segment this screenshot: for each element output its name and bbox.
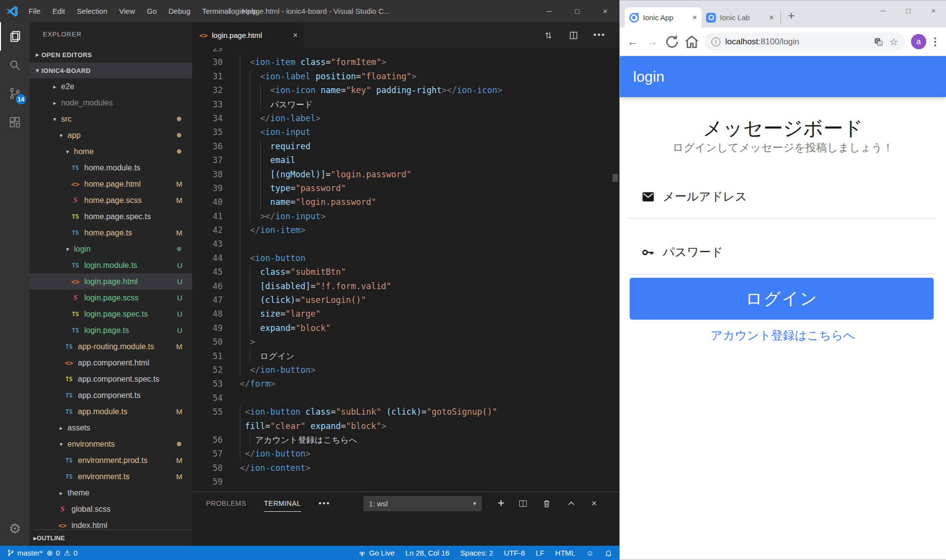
maximize-button[interactable]: □ [896,0,921,20]
more-actions-icon[interactable]: ••• [593,30,606,40]
code-line-32[interactable]: 32 <ion-icon name="key" padding-right></… [192,83,619,97]
notifications-bell-icon[interactable] [605,549,612,557]
tree-item-assets[interactable]: ▸assets [30,420,192,436]
code-line-46[interactable]: 46 [disabled]="!f.form.valid" [192,279,619,293]
code-line-30[interactable]: 30 <ion-item class="formItem"> [192,55,619,69]
menu-debug[interactable]: Debug [163,0,196,22]
code-line-40[interactable]: 40 name="login.password" [192,195,619,209]
menu-file[interactable]: File [23,0,46,22]
maximize-panel-icon[interactable] [567,499,576,508]
tree-item-login.page.scss[interactable]: Slogin.page.scssU [30,290,192,306]
code-line-39[interactable]: 39 type="password" [192,181,619,195]
login-button[interactable]: ログイン [630,278,934,320]
close-button[interactable]: × [921,0,946,20]
open-editors-section[interactable]: ▸ OPEN EDITORS [30,47,192,63]
tree-item-app.component.ts[interactable]: TSapp.component.ts [30,387,192,403]
new-terminal-icon[interactable]: + [498,497,504,510]
minimize-button[interactable]: ─ [535,0,563,22]
git-branch-status[interactable]: master* [7,549,43,557]
code-line-38[interactable]: 38 [(ngModel)]="login.password" [192,167,619,181]
tab-close-icon[interactable]: × [293,31,298,40]
tree-item-home[interactable]: ▾home [30,143,192,160]
code-line-34[interactable]: 34 </ion-label> [192,111,619,125]
tree-item-index.html[interactable]: <>index.html [30,517,192,529]
tab-close-icon[interactable]: × [769,13,774,23]
code-line-58[interactable]: 58</ion-content> [192,461,619,475]
cursor-position[interactable]: Ln 28, Col 16 [405,549,449,557]
code-line-36[interactable]: 36 required [192,139,619,153]
go-live-button[interactable]: Go Live [358,549,395,557]
panel-more-icon[interactable]: ••• [319,498,331,508]
tree-item-app.component.spec.ts[interactable]: TSapp.component.spec.ts [30,371,192,387]
workspace-section[interactable]: ▾ IONIC4-BOARD [30,63,192,78]
code-line-47[interactable]: 47 (click)="userLogin()" [192,293,619,307]
outline-section[interactable]: ▸ OUTLINE [30,529,192,546]
browser-tab-ionic-lab[interactable]: Ionic Lab × [702,7,778,28]
code-line-44[interactable]: 44 <ion-button [192,251,619,265]
tree-item-login.page.html[interactable]: <>login.page.htmlU [30,273,192,290]
forward-icon[interactable]: → [643,33,661,51]
new-tab-button[interactable]: + [788,9,795,23]
tree-item-theme[interactable]: ▸theme [30,485,192,501]
kill-terminal-icon[interactable] [542,499,551,508]
editor-tab-login-page-html[interactable]: <> login.page.html × [192,22,304,48]
tree-item-environments[interactable]: ▾environments [30,436,192,452]
tab-close-icon[interactable]: × [692,13,697,23]
tree-item-login.page.ts[interactable]: TSlogin.page.tsU [30,322,192,338]
reload-icon[interactable] [663,33,681,51]
code-line-37[interactable]: 37 email [192,153,619,167]
tree-item-environment.ts[interactable]: TSenvironment.tsM [30,468,192,485]
tree-item-src[interactable]: ▾src [30,111,192,127]
email-field[interactable]: メールアドレス [642,189,747,204]
code-editor[interactable]: 2930 <ion-item class="formItem">31 <ion-… [192,48,619,492]
code-line-59[interactable]: 59 [192,475,619,489]
language-mode[interactable]: HTML [555,549,575,557]
tree-item-login[interactable]: ▾login [30,241,192,257]
error-count[interactable]: ⊗ 0 [47,549,60,558]
menu-help[interactable]: Help [236,0,263,22]
code-line-55[interactable]: 55 <ion-button class="subLink" (click)="… [192,405,619,419]
sync-changes-icon[interactable] [543,30,554,41]
explorer-icon[interactable] [0,22,30,51]
bookmark-star-icon[interactable]: ☆ [889,36,898,48]
code-line-33[interactable]: 33 パスワード [192,98,619,111]
code-line-29[interactable]: 29 [192,48,619,55]
password-field[interactable]: パスワード [642,244,723,260]
close-button[interactable]: × [591,0,619,22]
extensions-icon[interactable] [0,108,30,136]
code-line-45[interactable]: 45 class="submitBtn" [192,265,619,279]
split-terminal-icon[interactable] [519,500,527,507]
code-line-48[interactable]: 48 size="large" [192,307,619,321]
tree-item-home.page.spec.ts[interactable]: TShome.page.spec.ts [30,208,192,225]
code-line-51[interactable]: 51 ログイン [192,349,619,363]
code-line-50[interactable]: 50 > [192,335,619,349]
menu-go[interactable]: Go [141,0,163,22]
menu-terminal[interactable]: Terminal [196,0,236,22]
encoding[interactable]: UTF-8 [504,549,525,557]
tree-item-app.module.ts[interactable]: TSapp.module.tsM [30,403,192,420]
close-panel-icon[interactable]: × [591,498,597,509]
eol-sequence[interactable]: LF [536,549,544,557]
menu-edit[interactable]: Edit [46,0,71,22]
code-line-53[interactable]: 53</form> [192,377,619,391]
tree-item-login.page.spec.ts[interactable]: TSlogin.page.spec.tsU [30,306,192,322]
url-text[interactable]: localhost:8100/login [725,37,799,47]
back-icon[interactable]: ← [624,33,642,51]
tree-item-home.page.html[interactable]: <>home.page.htmlM [30,176,192,192]
tree-item-app.component.html[interactable]: <>app.component.html [30,355,192,371]
tab-terminal[interactable]: TERMINAL [264,492,301,515]
code-line-49[interactable]: 49 expand="block" [192,321,619,335]
warning-count[interactable]: ⚠ 0 [64,549,78,558]
menu-view[interactable]: View [113,0,141,22]
code-line-54[interactable]: 54 [192,391,619,405]
minimize-button[interactable]: ─ [871,0,896,20]
tree-item-environment.prod.ts[interactable]: TSenvironment.prod.tsM [30,452,192,468]
code-line-57[interactable]: 57 </ion-button> [192,447,619,461]
tree-item-app-routing.module.ts[interactable]: TSapp-routing.module.tsM [30,338,192,355]
scrollbar-thumb[interactable] [612,174,618,182]
settings-gear-icon[interactable]: ⚙ [0,514,30,543]
maximize-button[interactable]: □ [563,0,591,22]
code-line-56[interactable]: 56 アカウント登録はこちらへ [192,433,619,447]
translate-icon[interactable]: G A [874,37,883,47]
site-info-icon[interactable]: i [711,37,720,46]
